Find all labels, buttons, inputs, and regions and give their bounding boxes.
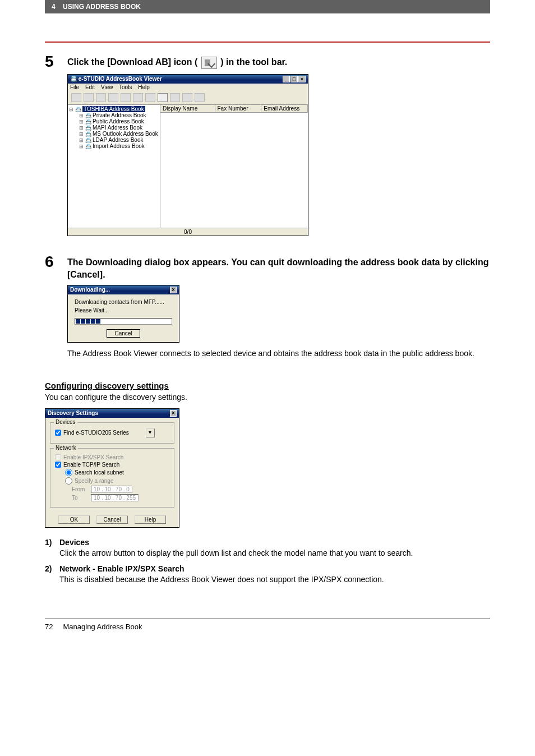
downloading-msg1: Downloading contacts from MFP...... xyxy=(75,299,172,305)
window-controls[interactable]: _□× xyxy=(282,76,306,82)
def-2-num: 2) xyxy=(45,564,59,585)
menu-view[interactable]: View xyxy=(101,84,113,90)
toolbar-btn-10[interactable] xyxy=(182,93,192,102)
toolbar-btn-6[interactable] xyxy=(133,93,143,102)
to-label: To xyxy=(72,495,91,501)
chapter-num: 4 xyxy=(52,3,56,11)
ipx-checkbox xyxy=(55,454,61,460)
discovery-heading: Configuring discovery settings xyxy=(45,381,490,390)
tree-root[interactable]: TOSHIBA Address Book xyxy=(82,106,145,112)
minimize-icon[interactable]: _ xyxy=(283,76,290,82)
page-footer: 72 Managing Address Book xyxy=(45,619,490,631)
devices-group: Devices Find e-STUDIO205 Series ▾ xyxy=(50,422,174,444)
network-group-label: Network xyxy=(54,445,78,451)
tree-item-mapi[interactable]: MAPI Address Book xyxy=(69,125,159,131)
dropdown-arrow-icon[interactable]: ▾ xyxy=(146,428,155,437)
step-5-text-before: Click the [Download AB] icon ( xyxy=(67,57,197,67)
close-icon[interactable]: × xyxy=(298,76,306,82)
specify-range-radio[interactable] xyxy=(65,477,72,485)
window-titlebar: 📇 e-STUDIO AddressBook Viewer _□× xyxy=(68,75,308,84)
close-icon[interactable]: × xyxy=(170,287,177,293)
footer-title: Managing Address Book xyxy=(63,623,142,631)
tree-item-import[interactable]: Import Address Book xyxy=(69,143,159,149)
def-1-term: Devices xyxy=(59,538,490,547)
window-title: e-STUDIO AddressBook Viewer xyxy=(79,76,162,82)
statusbar: 0/0 xyxy=(68,228,308,236)
specify-range-label: Specify a range xyxy=(75,478,114,484)
find-label: Find e-STUDIO205 Series xyxy=(63,430,129,436)
discovery-titlebar: Discovery Settings × xyxy=(45,409,179,418)
step-5-number: 5 xyxy=(45,53,67,70)
step-6-number: 6 xyxy=(45,253,67,270)
close-icon[interactable]: × xyxy=(170,410,177,417)
step-6: 6 The Downloading dialog box appears. Yo… xyxy=(45,253,490,280)
definitions: 1) Devices Click the arrow button to dis… xyxy=(45,538,490,585)
discovery-intro: You can configure the discovery settings… xyxy=(45,393,490,402)
ok-button[interactable]: OK xyxy=(58,515,90,524)
menu-edit[interactable]: Edit xyxy=(85,84,95,90)
def-2: 2) Network - Enable IPX/SPX Search This … xyxy=(45,564,490,585)
toolbar xyxy=(68,91,308,104)
toolbar-btn-4[interactable] xyxy=(108,93,118,102)
tree-item-private[interactable]: Private Address Book xyxy=(69,112,159,118)
chapter-header: 4 USING ADDRESS BOOK xyxy=(45,0,490,13)
toolbar-btn-2[interactable] xyxy=(84,93,94,102)
step-6-text: The Downloading dialog box appears. You … xyxy=(67,253,490,280)
downloading-titlebar: Downloading... × xyxy=(68,285,179,294)
addressbook-viewer-window: 📇 e-STUDIO AddressBook Viewer _□× File E… xyxy=(67,74,308,236)
list-rows xyxy=(160,113,308,228)
toolbar-btn-7[interactable] xyxy=(145,93,155,102)
dialog-footer: OK Cancel Help xyxy=(45,512,179,527)
tcp-checkbox[interactable] xyxy=(55,462,61,468)
toolbar-download-ab-icon[interactable] xyxy=(158,93,168,102)
menu-help[interactable]: Help xyxy=(138,84,150,90)
step-5: 5 Click the [Download AB] icon ( ) in th… xyxy=(45,53,490,70)
search-local-label: Search local subnet xyxy=(75,469,124,476)
progress-bar xyxy=(75,318,172,325)
downloading-dialog: Downloading... × Downloading contacts fr… xyxy=(67,285,179,343)
menu-tools[interactable]: Tools xyxy=(119,84,132,90)
def-2-term: Network - Enable IPX/SPX Search xyxy=(59,564,490,573)
list-pane: Display Name Fax Number Email Address xyxy=(160,105,308,228)
from-label: From xyxy=(72,486,91,492)
col-display-name[interactable]: Display Name xyxy=(160,105,215,112)
list-header: Display Name Fax Number Email Address xyxy=(160,105,308,113)
tree-item-public[interactable]: Public Address Book xyxy=(69,118,159,125)
toolbar-btn-11[interactable] xyxy=(195,93,205,102)
def-1-text: Click the arrow button to display the pu… xyxy=(59,548,490,559)
discovery-title: Discovery Settings xyxy=(48,410,98,417)
menu-file[interactable]: File xyxy=(70,84,79,90)
toolbar-btn-1[interactable] xyxy=(71,93,81,102)
toolbar-btn-3[interactable] xyxy=(96,93,106,102)
cancel-button[interactable]: Cancel xyxy=(107,329,140,338)
status-text: 0/0 xyxy=(184,229,192,235)
tree-item-outlook[interactable]: MS Outlook Address Book xyxy=(69,131,159,137)
maximize-icon[interactable]: □ xyxy=(290,76,298,82)
to-ip: 10 . 10 . 70 . 255 xyxy=(91,494,139,501)
toolbar-btn-9[interactable] xyxy=(170,93,180,102)
menubar[interactable]: File Edit View Tools Help xyxy=(68,84,308,91)
tcp-label: Enable TCP/IP Search xyxy=(63,462,119,468)
page-number: 72 xyxy=(45,623,53,631)
tree-pane[interactable]: TOSHIBA Address Book Private Address Boo… xyxy=(68,105,160,228)
ipx-label: Enable IPX/SPX Search xyxy=(63,454,123,460)
step-5-text-after: ) in the tool bar. xyxy=(220,57,287,67)
toolbar-btn-5[interactable] xyxy=(121,93,131,102)
search-local-radio[interactable] xyxy=(65,469,72,476)
top-rule xyxy=(45,42,490,43)
col-fax-number[interactable]: Fax Number xyxy=(215,105,262,112)
help-button[interactable]: Help xyxy=(135,515,166,524)
tree-root-line[interactable]: TOSHIBA Address Book xyxy=(69,106,159,112)
downloading-title: Downloading... xyxy=(70,287,110,293)
step-6-followup: The Address Book Viewer connects to sele… xyxy=(67,348,490,359)
step-5-text: Click the [Download AB] icon ( ) in the … xyxy=(67,53,287,69)
find-checkbox[interactable] xyxy=(55,430,61,436)
cancel-button[interactable]: Cancel xyxy=(96,515,128,524)
tree-item-ldap[interactable]: LDAP Address Book xyxy=(69,137,159,143)
downloading-msg2: Please Wait... xyxy=(75,307,172,314)
def-2-text: This is disabled because the Address Boo… xyxy=(59,574,490,585)
def-1-num: 1) xyxy=(45,538,59,559)
chapter-title: USING ADDRESS BOOK xyxy=(63,3,141,11)
col-email-address[interactable]: Email Address xyxy=(261,105,308,112)
network-group: Network Enable IPX/SPX Search Enable TCP… xyxy=(50,448,174,508)
